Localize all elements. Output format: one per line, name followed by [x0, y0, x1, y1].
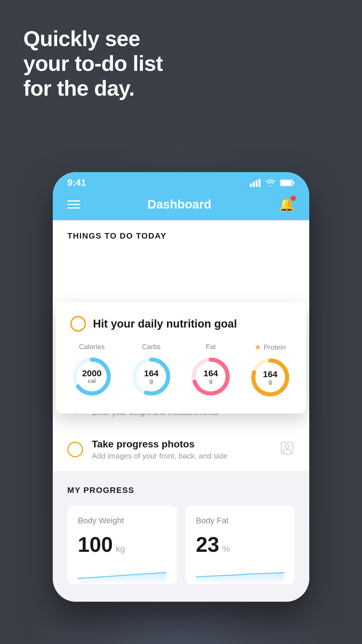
- todo-check-photos: [67, 442, 83, 457]
- nutrition-calories-label: Calories: [79, 343, 105, 351]
- nutrition-protein-label: Protein: [263, 343, 286, 351]
- protein-label-row: ★ Protein: [254, 343, 286, 352]
- progress-weight-num: 100: [78, 534, 113, 555]
- progress-weight-chart: [78, 564, 166, 584]
- progress-weight-value-row: 100 kg: [78, 534, 166, 555]
- todo-item-photos[interactable]: Take progress photos Add images of your …: [67, 428, 295, 471]
- status-time: 9:41: [67, 177, 86, 188]
- nutrition-grid: Calories 2000 cal Carbs: [70, 343, 292, 399]
- svg-rect-2: [256, 180, 258, 187]
- progress-card-fat[interactable]: Body Fat 23 %: [185, 505, 295, 584]
- card-title-row: Hit your daily nutrition goal: [70, 316, 292, 332]
- todo-sub-photos: Add images of your front, back, and side: [92, 452, 271, 461]
- progress-weight-unit: kg: [116, 544, 125, 554]
- headline: Quickly see your to-do list for the day.: [23, 26, 163, 101]
- section-header: THINGS TO DO TODAY: [53, 220, 309, 248]
- nutrition-calories: Calories 2000 cal: [70, 343, 113, 399]
- fat-unit: g: [209, 378, 212, 384]
- protein-value: 164: [263, 370, 277, 379]
- nav-bar: Dashboard 🔔: [53, 191, 309, 220]
- carbs-unit: g: [150, 378, 153, 384]
- donut-protein: 164 g: [249, 356, 292, 399]
- nutrition-fat: Fat 164 g: [189, 343, 232, 399]
- donut-carbs: 164 g: [130, 355, 173, 398]
- nav-title: Dashboard: [147, 197, 211, 211]
- card-circle-icon: [70, 316, 86, 332]
- progress-grid: Body Weight 100 kg: [67, 505, 295, 584]
- protein-unit: g: [268, 379, 272, 385]
- star-icon: ★: [254, 343, 261, 352]
- nutrition-fat-label: Fat: [206, 343, 216, 351]
- status-icons: [250, 179, 295, 187]
- progress-fat-num: 23: [196, 534, 219, 555]
- svg-rect-6: [281, 181, 292, 185]
- nutrition-carbs-label: Carbs: [142, 343, 161, 351]
- card-title: Hit your daily nutrition goal: [93, 318, 237, 330]
- hamburger-menu[interactable]: [67, 200, 80, 209]
- progress-header: MY PROGRESS: [67, 486, 295, 495]
- wifi-icon: [265, 179, 276, 187]
- todo-text-photos: Take progress photos Add images of your …: [92, 438, 271, 461]
- svg-rect-1: [253, 182, 255, 187]
- signal-icon: [250, 179, 261, 187]
- battery-icon: [280, 179, 295, 187]
- svg-point-11: [285, 444, 289, 448]
- donut-fat: 164 g: [189, 355, 232, 398]
- featured-card: Hit your daily nutrition goal Calories 2…: [56, 302, 306, 414]
- status-bar: 9:41: [53, 172, 309, 191]
- donut-calories: 2000 cal: [70, 355, 113, 398]
- notification-bell[interactable]: 🔔: [279, 197, 295, 212]
- calories-unit: cal: [88, 378, 96, 384]
- fat-value: 164: [203, 369, 218, 378]
- progress-fat-unit: %: [222, 544, 230, 554]
- todo-title-photos: Take progress photos: [92, 438, 271, 450]
- svg-rect-5: [293, 182, 294, 184]
- progress-card-weight-title: Body Weight: [78, 516, 166, 525]
- svg-rect-3: [259, 179, 261, 187]
- nutrition-carbs: Carbs 164 g: [130, 343, 173, 399]
- progress-section: MY PROGRESS Body Weight 100 kg: [53, 471, 309, 602]
- progress-fat-chart: [196, 564, 284, 584]
- person-icon: [280, 440, 295, 459]
- progress-fat-value-row: 23 %: [196, 534, 284, 555]
- svg-rect-0: [250, 183, 252, 187]
- nutrition-protein: ★ Protein 164 g: [249, 343, 292, 399]
- progress-card-weight[interactable]: Body Weight 100 kg: [67, 505, 177, 584]
- notification-dot: [291, 196, 296, 201]
- progress-card-fat-title: Body Fat: [196, 516, 284, 525]
- carbs-value: 164: [144, 369, 159, 378]
- calories-value: 2000: [82, 369, 102, 378]
